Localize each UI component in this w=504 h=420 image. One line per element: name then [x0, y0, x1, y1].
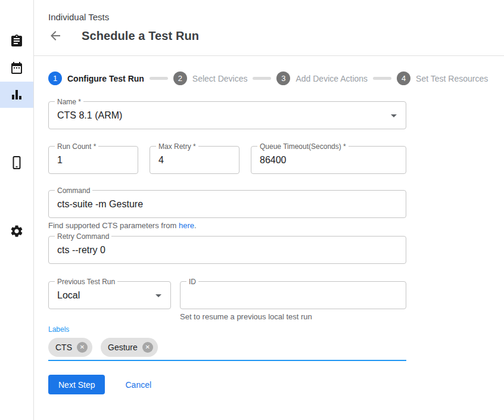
chevron-down-icon	[155, 294, 161, 297]
count-row: Run Count * 1 Max Retry * 4 Queue Timeou…	[48, 146, 406, 174]
max-retry-label: Max Retry *	[156, 142, 198, 151]
main-content: Individual Tests Schedule a Test Run 1 C…	[34, 0, 504, 420]
sidebar-item-schedules[interactable]	[0, 55, 33, 81]
stepper: 1 Configure Test Run 2 Select Devices 3 …	[48, 71, 504, 85]
next-step-button[interactable]: Next Step	[48, 375, 105, 394]
run-count-value: 1	[57, 155, 63, 166]
clipboard-icon	[10, 34, 24, 48]
label-chip[interactable]: Gesture ✕	[101, 338, 158, 357]
previous-run-row: Previous Test Run Local ID Set to resume…	[48, 281, 406, 321]
previous-test-run-label: Previous Test Run	[55, 278, 117, 286]
chip-remove-icon[interactable]: ✕	[142, 342, 153, 353]
step-add-device-actions[interactable]: 3 Add Device Actions	[276, 71, 368, 85]
chevron-down-icon	[391, 114, 397, 117]
step-label: Configure Test Run	[67, 74, 144, 83]
step-number: 2	[173, 71, 187, 85]
name-label: Name *	[55, 98, 83, 106]
queue-timeout-field[interactable]: Queue Timeout(Seconds) * 86400	[251, 146, 406, 174]
calendar-icon	[10, 61, 24, 75]
form-actions: Next Step Cancel	[48, 375, 406, 394]
command-field[interactable]: Command cts-suite -m Gesture	[48, 190, 406, 218]
breadcrumb: Individual Tests	[48, 0, 504, 22]
smartphone-icon	[10, 155, 24, 170]
command-value: cts-suite -m Gesture	[57, 199, 143, 210]
command-label: Command	[55, 186, 92, 195]
previous-test-run-value: Local	[57, 290, 80, 301]
max-retry-value: 4	[158, 155, 164, 166]
title-row: Schedule a Test Run	[48, 27, 504, 44]
step-label: Set Test Resources	[416, 74, 488, 83]
sidebar-item-devices[interactable]	[0, 150, 33, 176]
name-value: CTS 8.1 (ARM)	[57, 110, 122, 121]
run-count-label: Run Count *	[55, 142, 98, 151]
labels-section: Labels CTS ✕ Gesture ✕	[48, 325, 406, 361]
chip-text: CTS	[55, 343, 72, 352]
command-helper-period: .	[194, 221, 197, 230]
back-button[interactable]	[48, 29, 63, 43]
step-label: Add Device Actions	[295, 74, 368, 83]
label-chip[interactable]: CTS ✕	[48, 338, 92, 357]
header-divider	[34, 55, 504, 56]
arrow-back-icon	[48, 36, 63, 45]
step-connector	[253, 77, 271, 80]
queue-timeout-value: 86400	[260, 155, 287, 166]
retry-command-value: cts --retry 0	[57, 245, 105, 256]
step-set-test-resources[interactable]: 4 Set Test Resources	[397, 71, 488, 85]
name-select[interactable]: Name * CTS 8.1 (ARM)	[48, 101, 406, 129]
step-number: 4	[397, 71, 410, 85]
cts-parameters-link[interactable]: here	[179, 221, 194, 230]
labels-chip-list[interactable]: CTS ✕ Gesture ✕	[48, 338, 406, 357]
chip-text: Gesture	[108, 343, 138, 352]
step-number: 3	[276, 71, 290, 85]
retry-command-label: Retry Command	[55, 232, 111, 241]
cancel-button[interactable]: Cancel	[125, 380, 151, 390]
retry-command-field[interactable]: Retry Command cts --retry 0	[48, 236, 406, 264]
step-connector	[373, 77, 391, 80]
chip-remove-icon[interactable]: ✕	[77, 342, 88, 353]
sidebar	[0, 0, 34, 420]
labels-focus-underline	[48, 360, 406, 361]
previous-test-run-select[interactable]: Previous Test Run Local	[48, 281, 171, 309]
id-helper: Set to resume a previous local test run	[180, 312, 406, 321]
run-count-field[interactable]: Run Count * 1	[48, 146, 138, 174]
id-field[interactable]: ID	[180, 281, 406, 309]
queue-timeout-label: Queue Timeout(Seconds) *	[257, 142, 349, 151]
page-title: Schedule a Test Run	[82, 29, 199, 43]
max-retry-field[interactable]: Max Retry * 4	[150, 146, 239, 174]
gear-icon	[10, 224, 24, 238]
sidebar-item-test-plans[interactable]	[0, 28, 33, 54]
sidebar-item-test-results[interactable]	[0, 82, 33, 108]
id-label: ID	[186, 278, 198, 286]
step-configure-test-run[interactable]: 1 Configure Test Run	[48, 71, 144, 85]
bar-chart-icon	[10, 88, 24, 102]
configure-test-run-form: Name * CTS 8.1 (ARM) Run Count * 1 Max R…	[48, 101, 406, 394]
sidebar-item-settings[interactable]	[0, 218, 33, 244]
app-window: Individual Tests Schedule a Test Run 1 C…	[0, 0, 504, 420]
command-helper-text: Find supported CTS parameters from	[48, 221, 179, 230]
id-column: ID Set to resume a previous local test r…	[180, 281, 406, 321]
command-helper: Find supported CTS parameters from here.	[48, 221, 406, 230]
labels-label: Labels	[48, 325, 406, 334]
step-number: 1	[48, 71, 62, 85]
step-label: Select Devices	[192, 74, 248, 83]
step-connector	[150, 77, 168, 80]
step-select-devices[interactable]: 2 Select Devices	[173, 71, 248, 85]
